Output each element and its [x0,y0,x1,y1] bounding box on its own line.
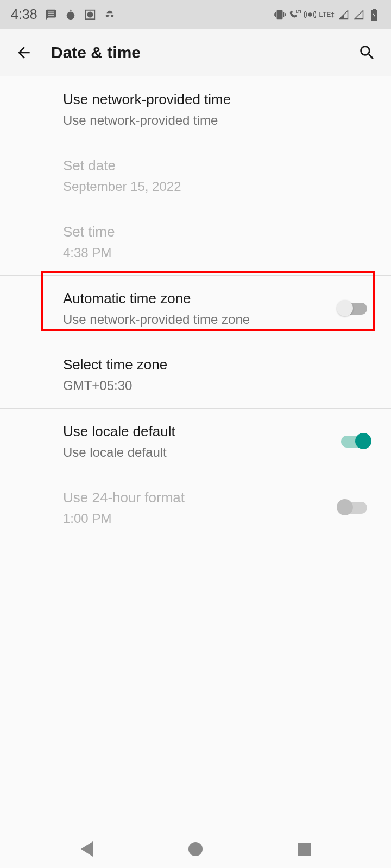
circle-icon [188,842,203,856]
nav-home-button[interactable] [179,833,212,865]
locale-default-toggle[interactable] [339,435,369,448]
lte-indicator: LTE‡ [319,11,335,18]
setting-24hour-format: Use 24-hour format 1:00 PM [0,475,391,541]
battery-icon [368,9,380,21]
svg-point-0 [66,11,74,20]
setting-subtitle: Use network-provided time zone [63,310,339,329]
setting-title: Use 24-hour format [63,488,339,507]
page-title: Date & time [51,43,354,62]
back-button[interactable] [11,40,37,66]
setting-title: Use locale default [63,422,339,441]
setting-select-timezone[interactable]: Select time zone GMT+05:30 [0,342,391,408]
setting-title: Use network-provided time [63,90,375,109]
setting-locale-default[interactable]: Use locale default Use locale default [0,409,391,475]
setting-subtitle: September 15, 2022 [63,177,375,196]
svg-point-4 [308,13,312,16]
status-time: 4:38 [11,7,37,22]
navigation-bar [0,829,391,868]
message-icon [45,9,57,21]
setting-subtitle: 4:38 PM [63,244,375,262]
setting-auto-timezone[interactable]: Automatic time zone Use network-provided… [0,276,391,342]
signal-icon-2 [353,9,365,21]
status-bar: 4:38 LTE LTE‡ [0,0,391,29]
status-right: LTE LTE‡ [274,9,380,21]
svg-text:LTE: LTE [295,10,300,14]
setting-title: Set time [63,222,375,241]
nav-back-button[interactable] [71,833,103,865]
signal-icon-1 [338,9,350,21]
setting-title: Set date [63,156,375,175]
nav-recent-button[interactable] [288,833,320,865]
setting-title: Select time zone [63,355,375,374]
status-left: 4:38 [11,7,116,22]
setting-subtitle: Use network-provided time [63,111,375,130]
volte-icon: LTE [289,9,301,21]
setting-subtitle: GMT+05:30 [63,376,375,395]
incognito-icon [104,9,116,21]
app-icon-2 [84,9,96,21]
setting-set-date: Set date September 15, 2022 [0,143,391,209]
setting-network-time[interactable]: Use network-provided time Use network-pr… [0,76,391,143]
settings-list: Use network-provided time Use network-pr… [0,76,391,541]
hotspot-icon [304,9,316,21]
24hour-toggle [339,501,369,514]
setting-subtitle: Use locale default [63,443,339,462]
square-icon [298,843,311,856]
setting-set-time: Set time 4:38 PM [0,209,391,275]
svg-point-2 [87,12,92,17]
auto-timezone-toggle[interactable] [339,302,369,315]
app-bar: Date & time [0,29,391,76]
setting-subtitle: 1:00 PM [63,509,339,528]
setting-title: Automatic time zone [63,289,339,308]
triangle-icon [81,841,93,857]
app-icon-1 [65,9,77,21]
search-button[interactable] [354,40,380,66]
vibrate-icon [274,9,286,21]
